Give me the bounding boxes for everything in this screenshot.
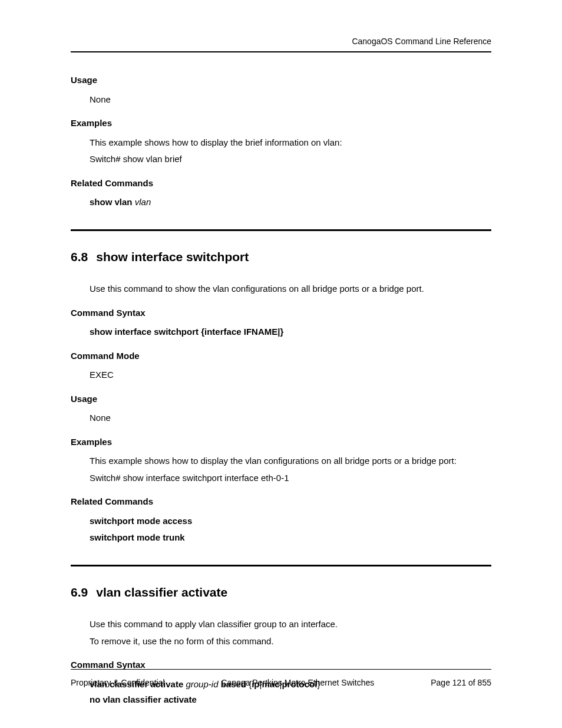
section-number: 6.9 (71, 583, 88, 602)
usage-heading: Usage (71, 393, 491, 406)
related-commands-heading: Related Commands (71, 177, 491, 190)
section-divider (71, 229, 491, 231)
related-command: show vlan vlan (90, 196, 491, 209)
example-line: This example shows how to display the br… (90, 136, 491, 150)
section-heading-68: 6.8show interface switchport (71, 248, 491, 266)
example-line: Switch# show interface switchport interf… (90, 472, 491, 485)
related-command-name: show vlan (90, 197, 133, 207)
section-intro: Use this command to show the vlan config… (90, 282, 491, 296)
related-command: switchport mode access (90, 515, 491, 528)
command-mode-heading: Command Mode (71, 350, 491, 363)
footer-right: Page 121 of 855 (431, 677, 491, 689)
section-number: 6.8 (71, 248, 88, 266)
section-divider (71, 565, 491, 566)
usage-text: None (90, 411, 491, 425)
section-intro: Use this command to apply vlan classifie… (90, 618, 491, 631)
syntax-keyword: no vlan classifier activate (90, 694, 197, 704)
examples-heading: Examples (71, 436, 491, 449)
section-title-text: vlan classifier activate (96, 585, 227, 599)
related-command: switchport mode trunk (90, 531, 491, 545)
related-command-arg: vlan (135, 197, 151, 207)
example-line: This example shows how to display the vl… (90, 454, 491, 468)
syntax-text: show interface switchport {interface IFN… (90, 327, 283, 337)
related-command-name: switchport mode access (90, 516, 192, 526)
related-commands-heading: Related Commands (71, 495, 491, 509)
section-intro: To remove it, use the no form of this co… (90, 635, 491, 648)
usage-text: None (90, 93, 491, 107)
section-title-text: show interface switchport (96, 250, 249, 263)
doc-title: CanogaOS Command Line Reference (352, 37, 491, 46)
related-command-name: switchport mode trunk (90, 532, 185, 542)
page-footer: Proprietary & Confidential Canoga Pertki… (71, 669, 491, 689)
footer-left: Proprietary & Confidential (71, 677, 165, 689)
examples-heading: Examples (71, 117, 491, 130)
usage-heading: Usage (71, 74, 491, 87)
footer-center: Canoga Pertkins Metro Ethernet Switches (221, 677, 374, 689)
page-content: CanogaOS Command Line Reference Usage No… (0, 0, 562, 707)
example-line: Switch# show vlan brief (90, 153, 491, 166)
command-syntax-line2: no vlan classifier activate (90, 693, 491, 707)
command-mode-text: EXEC (90, 368, 491, 382)
section-heading-69: 6.9vlan classifier activate (71, 583, 491, 602)
page-header: CanogaOS Command Line Reference (71, 35, 491, 52)
command-syntax: show interface switchport {interface IFN… (90, 325, 491, 339)
command-syntax-heading: Command Syntax (71, 307, 491, 320)
